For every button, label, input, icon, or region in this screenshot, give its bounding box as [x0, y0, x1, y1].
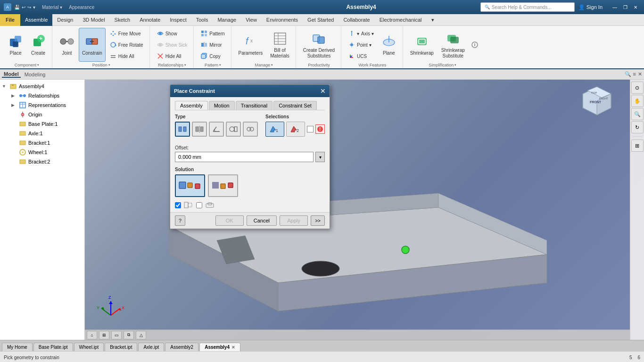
copy-button[interactable]: Copy: [198, 51, 228, 61]
manage-group-label[interactable]: Manage ▾: [255, 63, 273, 67]
sidebar-close-icon[interactable]: ✕: [638, 71, 642, 77]
sidebar-search-icon[interactable]: 🔍: [625, 71, 631, 77]
component-group-label[interactable]: Component ▾: [15, 63, 40, 67]
type-insert-button[interactable]: [243, 122, 258, 137]
tree-item-assembly4[interactable]: ▼ Assembly4: [0, 82, 84, 91]
type-flush-button[interactable]: [192, 122, 207, 137]
view-pan[interactable]: ✋: [631, 95, 644, 107]
hide-all-relationships-button[interactable]: Hide All: [154, 51, 191, 61]
plane-button[interactable]: Plane: [378, 28, 400, 62]
apply-button[interactable]: Apply: [280, 215, 308, 226]
more-button[interactable]: >>: [311, 215, 325, 226]
axis-button[interactable]: ▾ Axis ▾: [345, 29, 377, 38]
dialog-title-bar[interactable]: Place Constraint ✕: [170, 85, 330, 97]
menu-inspect[interactable]: Inspect: [165, 14, 191, 26]
view-grid[interactable]: ⊞: [631, 140, 644, 152]
mirror-button[interactable]: Mirror: [198, 40, 228, 49]
search-box[interactable]: 🔍 Search Help & Commands...: [480, 2, 575, 12]
tab-assembly4-close[interactable]: ✕: [231, 345, 235, 350]
file-menu[interactable]: File: [0, 14, 20, 26]
menu-collaborate[interactable]: Collaborate: [339, 14, 374, 26]
tree-item-wheel[interactable]: ▶ Wheel:1: [0, 148, 84, 157]
simplification-group-label[interactable]: Simplification ▾: [429, 63, 456, 67]
show-sick-button[interactable]: Show Sick: [154, 40, 191, 49]
menu-more[interactable]: ▾: [427, 14, 439, 26]
offset-input[interactable]: [175, 152, 314, 162]
dialog-tab-constraintset[interactable]: Constraint Set: [273, 101, 317, 110]
offset-dropdown-button[interactable]: ▾: [315, 152, 325, 162]
menu-tools[interactable]: Tools: [191, 14, 213, 26]
dialog-tab-motion[interactable]: Motion: [209, 101, 235, 110]
selection-1-button[interactable]: 1: [265, 122, 284, 137]
tree-item-bracket1[interactable]: ▶ Bracket:1: [0, 138, 84, 148]
solution-2-button[interactable]: [208, 174, 238, 197]
nav-cube[interactable]: FRONT RIGHT TOP: [578, 84, 616, 123]
ok-button[interactable]: OK: [215, 215, 244, 226]
tree-item-relationships[interactable]: ▶ Relationships: [0, 91, 84, 100]
tree-item-origin[interactable]: ▶ Origin: [0, 110, 84, 119]
tree-item-bracket2[interactable]: ▶ Bracket:2: [0, 157, 84, 166]
tab-assembly2[interactable]: Assembly2: [165, 343, 198, 351]
shrinkwrap-substitute-button[interactable]: ShrinkwrapSubstitute: [438, 28, 468, 62]
close-button[interactable]: ✕: [631, 3, 640, 11]
relationships-group-label[interactable]: Relationships ▾: [158, 63, 186, 67]
view-zoom-fit[interactable]: ⊙: [631, 82, 644, 94]
predict-offset-checkbox[interactable]: [175, 202, 181, 208]
menu-electromechanical[interactable]: Electromechanical: [375, 14, 427, 26]
vp-home-icon[interactable]: ⌂: [87, 331, 97, 339]
vp-grid-icon[interactable]: ⊞: [99, 331, 109, 339]
tab-wheel[interactable]: Wheel.ipt: [74, 343, 104, 351]
free-rotate-button[interactable]: Free Rotate: [107, 40, 147, 49]
help-button[interactable]: ?: [175, 215, 185, 226]
view-rotate[interactable]: ↻: [631, 121, 644, 133]
ucs-button[interactable]: UCS: [345, 51, 377, 61]
show-button[interactable]: Show: [154, 29, 191, 38]
appearance-dropdown[interactable]: Appearance: [69, 5, 94, 10]
material-dropdown[interactable]: Material ▾: [42, 5, 62, 10]
vp-expand[interactable]: △: [136, 331, 146, 339]
parameters-button[interactable]: f x Parameters: [235, 28, 266, 62]
menu-3dmodel[interactable]: 3D Model: [78, 14, 110, 26]
tab-my-home[interactable]: My Home: [2, 343, 33, 351]
tree-item-axle[interactable]: ▶ Axle:1: [0, 129, 84, 138]
type-mate-button[interactable]: [175, 122, 190, 137]
selection-2-button[interactable]: 2: [286, 122, 305, 137]
pattern-button[interactable]: Pattern: [198, 29, 228, 38]
menu-sketch[interactable]: Sketch: [110, 14, 135, 26]
hide-all-position-button[interactable]: Hide All: [107, 51, 147, 61]
vp-single-view[interactable]: ▭: [111, 331, 122, 339]
tree-item-baseplate[interactable]: ▶ Base Plate:1: [0, 119, 84, 129]
menu-getstarted[interactable]: Get Started: [303, 14, 339, 26]
place-button[interactable]: Place: [5, 28, 26, 62]
menu-manage[interactable]: Manage: [213, 14, 241, 26]
create-button[interactable]: + Create: [27, 28, 49, 62]
expand-representations[interactable]: ▶: [11, 103, 17, 107]
menu-design[interactable]: Design: [52, 14, 78, 26]
point-button[interactable]: Point ▾: [345, 40, 377, 49]
predict-direction-checkbox[interactable]: [196, 202, 202, 208]
joint-button[interactable]: Joint: [56, 28, 78, 62]
restore-button[interactable]: ❐: [620, 3, 630, 11]
type-angle-button[interactable]: [209, 122, 224, 137]
tab-axle[interactable]: Axle.ipt: [138, 343, 164, 351]
expand-assembly4[interactable]: ▼: [2, 84, 8, 89]
free-move-button[interactable]: Free Move: [107, 29, 147, 38]
menu-annotate[interactable]: Annotate: [135, 14, 165, 26]
selection-checkbox[interactable]: [307, 126, 314, 132]
menu-environments[interactable]: Environments: [262, 14, 303, 26]
type-tangent-button[interactable]: [226, 122, 241, 137]
dialog-tab-transitional[interactable]: Transitional: [236, 101, 272, 110]
expand-relationships[interactable]: ▶: [11, 93, 17, 98]
view-zoom[interactable]: 🔍: [631, 108, 644, 120]
cancel-button[interactable]: Cancel: [247, 215, 277, 226]
create-derived-button[interactable]: Create DerivedSubstitutes: [300, 28, 338, 62]
dialog-close-button[interactable]: ✕: [320, 88, 326, 94]
sidebar-menu-icon[interactable]: ≡: [633, 71, 636, 77]
solution-1-button[interactable]: [175, 174, 205, 197]
viewport[interactable]: X Y Z FRONT RIGHT TOP ⊙ ✋ 🔍 ↻ ⊞: [85, 80, 644, 340]
tab-base-plate[interactable]: Base Plate.ipt: [33, 343, 73, 351]
shrinkwrap-button[interactable]: Shrinkwrap: [407, 28, 437, 62]
modeling-tab[interactable]: Modeling: [23, 72, 48, 77]
dialog-tab-assembly[interactable]: Assembly: [175, 101, 208, 110]
menu-assemble[interactable]: Assemble: [20, 14, 52, 26]
